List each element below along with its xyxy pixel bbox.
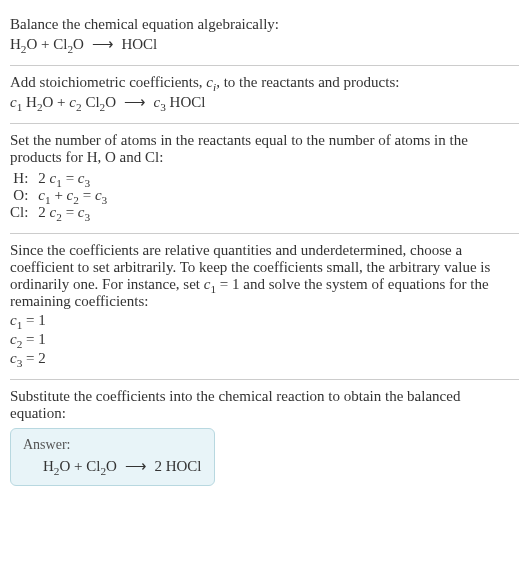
answer-equation: H2O + Cl2O ⟶ 2 HOCl (23, 457, 202, 475)
table-row: O: c1 + c2 = c3 (10, 187, 113, 204)
section-answer: Substitute the coefficients into the che… (10, 380, 519, 498)
arrow-icon: ⟶ (117, 458, 155, 474)
problem-title: Balance the chemical equation algebraica… (10, 16, 519, 33)
product-hocl: HOCl (121, 36, 157, 52)
section-solve: Since the coefficients are relative quan… (10, 234, 519, 380)
element-equation: 2 c1 = c3 (38, 170, 113, 187)
coefficient-value: c1 = 1 (10, 312, 519, 329)
section-coefficients: Add stoichiometric coefficients, ci, to … (10, 66, 519, 124)
solve-title: Since the coefficients are relative quan… (10, 242, 519, 310)
answer-label: Answer: (23, 437, 202, 453)
reactant-h2o: H2O (43, 458, 70, 474)
section-problem: Balance the chemical equation algebraica… (10, 8, 519, 66)
coefficient-value: c2 = 1 (10, 331, 519, 348)
element-label: H: (10, 170, 38, 187)
atom-balance-table: H: 2 c1 = c3 O: c1 + c2 = c3 Cl: 2 c2 = … (10, 170, 113, 221)
coefficients-title: Add stoichiometric coefficients, ci, to … (10, 74, 519, 91)
atom-balance-title: Set the number of atoms in the reactants… (10, 132, 519, 166)
element-label: Cl: (10, 204, 38, 221)
section-atom-balance: Set the number of atoms in the reactants… (10, 124, 519, 234)
product-coefficient: 2 (154, 458, 165, 474)
element-label: O: (10, 187, 38, 204)
problem-equation: H2O + Cl2O ⟶ HOCl (10, 35, 519, 53)
reactant-h2o: H2O (10, 36, 37, 52)
coefficient-value: c3 = 2 (10, 350, 519, 367)
product-hocl: HOCl (166, 458, 202, 474)
arrow-icon: ⟶ (84, 36, 122, 52)
plus-sign: + (37, 36, 53, 52)
table-row: H: 2 c1 = c3 (10, 170, 113, 187)
answer-title: Substitute the coefficients into the che… (10, 388, 519, 422)
element-equation: c1 + c2 = c3 (38, 187, 113, 204)
element-equation: 2 c2 = c3 (38, 204, 113, 221)
coefficients-equation: c1 H2O + c2 Cl2O ⟶ c3 HOCl (10, 93, 519, 111)
answer-box: Answer: H2O + Cl2O ⟶ 2 HOCl (10, 428, 215, 486)
table-row: Cl: 2 c2 = c3 (10, 204, 113, 221)
reactant-cl2o: Cl2O (53, 36, 84, 52)
reactant-cl2o: Cl2O (86, 458, 117, 474)
plus-sign: + (70, 458, 86, 474)
